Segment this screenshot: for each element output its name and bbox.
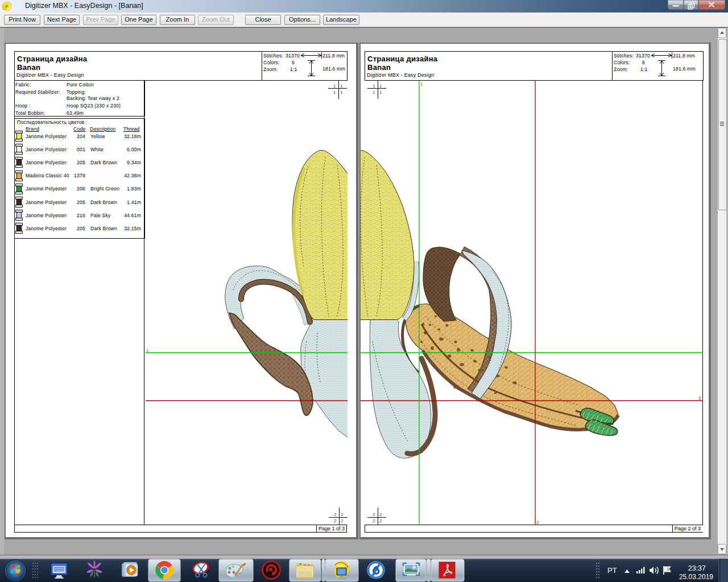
svg-text:PT: PT <box>607 566 617 575</box>
svg-text:25.03.2019: 25.03.2019 <box>679 573 713 581</box>
svg-text:23:37: 23:37 <box>688 564 706 572</box>
